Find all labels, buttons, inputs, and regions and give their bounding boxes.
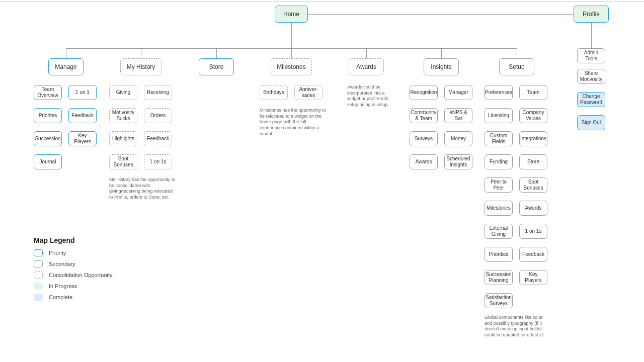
node-1on1[interactable]: 1 on 1	[68, 85, 97, 100]
node-store[interactable]: Store	[199, 58, 234, 75]
node-company-values[interactable]: Company Values	[519, 108, 547, 123]
node-home[interactable]: Home	[275, 6, 308, 23]
node-setup-priorities[interactable]: Priorities	[485, 247, 513, 262]
connector	[291, 48, 292, 58]
node-community-team[interactable]: Community & Team	[410, 108, 438, 123]
node-milestones[interactable]: Milestones	[271, 58, 312, 75]
node-mh-1on1s[interactable]: 1 on 1s	[144, 154, 172, 169]
node-setup-spot-bonuses[interactable]: Spot Bonuses	[519, 177, 547, 193]
node-custom-fields[interactable]: Custom Fields	[485, 131, 513, 146]
node-peer-to-peer[interactable]: Peer to Peer	[485, 177, 513, 193]
node-feedback[interactable]: Feedback	[68, 108, 97, 123]
node-my-history[interactable]: My History	[120, 58, 162, 75]
node-scheduled-insights[interactable]: Scheduled Insights	[444, 154, 472, 169]
legend-label: In Progress	[49, 283, 77, 289]
label: Motivosity Bucks	[112, 110, 135, 122]
label: Priorities	[489, 251, 509, 257]
label: Satisfaction Surveys	[486, 295, 512, 307]
node-insights-awards[interactable]: Awards	[410, 154, 438, 169]
node-setup[interactable]: Setup	[499, 58, 534, 75]
node-receiving[interactable]: Receiving	[144, 85, 172, 100]
node-surveys[interactable]: Surveys	[410, 131, 438, 146]
label: Surveys	[415, 136, 433, 142]
node-orders[interactable]: Orders	[144, 108, 172, 123]
node-anniversaries[interactable]: Anniver-saries	[294, 85, 323, 100]
divider	[0, 1, 644, 2]
connector	[291, 22, 292, 48]
node-admin-tools[interactable]: Admin Tools	[577, 48, 605, 63]
legend-label: Secondary	[49, 261, 75, 267]
label: Giving	[116, 89, 130, 96]
node-motivosity-bucks[interactable]: Motivosity Bucks	[109, 108, 137, 123]
label: Team Overview	[36, 86, 59, 99]
node-succession-planning[interactable]: Succession Planning	[485, 270, 513, 285]
label: Integrations	[520, 136, 546, 142]
label: eNPS & Sat	[447, 110, 470, 122]
map-legend: Map Legend Priority Secondary Consolidat…	[34, 236, 113, 305]
label: Money	[451, 136, 466, 142]
label: Team	[527, 89, 539, 96]
node-satisfaction-surveys[interactable]: Satisfaction Surveys	[485, 293, 513, 308]
node-sign-out[interactable]: Sign Out	[577, 115, 605, 130]
node-highlights[interactable]: Highlights	[109, 131, 137, 146]
node-manage[interactable]: Manage	[48, 58, 84, 75]
label: Feedback	[71, 113, 94, 119]
node-key-players[interactable]: Key Players	[68, 131, 97, 146]
node-priorities[interactable]: Priorites	[34, 108, 62, 123]
label: Receiving	[147, 89, 169, 96]
node-funding[interactable]: Funding	[485, 154, 513, 169]
label: Store	[209, 63, 224, 70]
node-preferences[interactable]: Preferences	[485, 85, 513, 100]
node-journal[interactable]: Journal	[34, 154, 62, 169]
node-succession[interactable]: Succession	[34, 131, 62, 146]
node-share-motivosity[interactable]: Share Motivosity	[577, 69, 605, 84]
connector	[141, 48, 141, 58]
connector	[66, 48, 66, 58]
node-integrations[interactable]: Integrations	[519, 131, 547, 146]
swatch-priority	[34, 249, 43, 256]
label: Orders	[150, 113, 166, 119]
node-licensing[interactable]: Licensing	[485, 108, 513, 123]
label: Key Players	[522, 272, 545, 284]
label: Awards	[415, 159, 432, 165]
label: Community & Team	[411, 110, 437, 122]
node-profile[interactable]: Profile	[574, 6, 609, 23]
node-awards[interactable]: Awards	[349, 58, 384, 75]
sitemap-canvas: Home Profile Manage My History Store Mil…	[0, 0, 644, 362]
legend-label: Priority	[49, 250, 66, 256]
legend-title: Map Legend	[34, 236, 113, 244]
connector	[591, 22, 592, 48]
node-setup-1on1s[interactable]: 1 on 1s	[519, 224, 547, 239]
node-setup-team[interactable]: Team	[519, 85, 547, 100]
node-setup-store[interactable]: Store	[519, 154, 547, 169]
node-money[interactable]: Money	[444, 131, 472, 146]
node-enps-sat[interactable]: eNPS & Sat	[444, 108, 472, 123]
label: Awards	[525, 205, 541, 211]
label: My History	[127, 63, 155, 70]
node-change-password[interactable]: Change Password	[577, 92, 605, 107]
label: Manage	[55, 63, 76, 70]
label: Peer to Peer	[487, 179, 510, 191]
label: Succession Planning	[486, 272, 511, 284]
swatch-secondary	[34, 260, 43, 267]
node-setup-awards[interactable]: Awards	[519, 201, 547, 216]
label: Change Password	[580, 94, 603, 106]
node-setup-key-players[interactable]: Key Players	[519, 270, 547, 285]
node-mh-feedback[interactable]: Feedback	[144, 131, 172, 146]
node-recognition[interactable]: Recognition	[410, 85, 438, 100]
node-spot-bonuses[interactable]: Spot Bonuses	[109, 154, 137, 169]
node-team-overview[interactable]: Team Overview	[34, 85, 62, 100]
connector	[517, 48, 517, 58]
note-awards: Awards could be incorporated into a widg…	[347, 84, 390, 108]
node-setup-feedback[interactable]: Feedback	[519, 247, 547, 262]
label: Spot Bonuses	[522, 179, 545, 191]
label: Funding	[490, 159, 508, 165]
node-giving[interactable]: Giving	[109, 85, 137, 100]
label: Sign Out	[582, 120, 601, 126]
node-external-giving[interactable]: External Giving	[485, 224, 513, 239]
node-insights[interactable]: Insights	[424, 58, 459, 75]
node-manager[interactable]: Manager	[444, 85, 472, 100]
node-birthdays[interactable]: Birthdays	[260, 85, 288, 100]
label: Key Players	[71, 133, 94, 145]
node-setup-milestones[interactable]: Milestones	[485, 201, 513, 216]
